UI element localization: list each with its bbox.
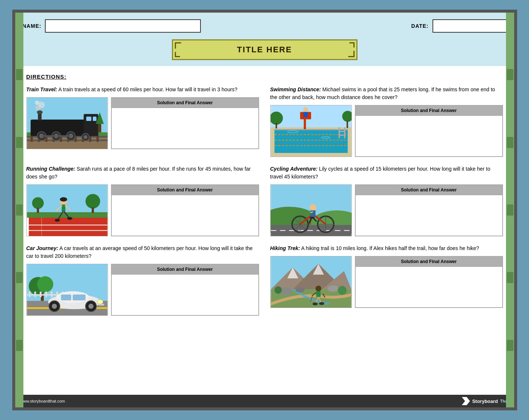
name-input[interactable] [45,19,201,33]
solution-box-5: Solution and Final Answer [111,264,259,316]
problems-grid: Train Travel: A train travels at a speed… [26,86,503,324]
solution-box-3: Solution and Final Answer [111,184,259,236]
svg-point-140 [315,286,321,292]
footer-url: www.storyboardthat.com [20,399,65,403]
footer-logo-text: Storyboard [472,398,498,404]
problem-6-label: Hiking Trek: [270,245,300,251]
worksheet-frame: NAME: DATE: TITLE HERE DIRECTIONS: Train… [12,10,517,410]
svg-point-20 [37,111,43,114]
problem-car: Car Journey: A car travels at an average… [26,245,259,316]
svg-point-123 [52,303,57,309]
problem-1-text: A train travels at a speed of 60 miles p… [58,86,237,92]
name-label: NAME: [23,23,42,29]
solution-box-4: Solution and Final Answer [355,184,503,236]
svg-rect-76 [37,208,39,213]
side-strip-right [506,13,514,407]
date-input[interactable] [432,19,507,33]
svg-point-136 [327,285,339,292]
svg-point-147 [312,302,317,305]
solution-body-2 [356,116,502,156]
problem-2-question: Swimming Distance: Michael swims in a po… [270,86,503,101]
svg-point-148 [319,302,324,305]
solution-box-2: Solution and Final Answer [355,105,503,157]
solution-header-4: Solution and Final Answer [356,185,502,195]
svg-point-125 [88,303,94,309]
title-section: TITLE HERE [15,36,514,66]
svg-point-138 [274,286,282,294]
storyboard-logo-icon [462,397,470,405]
title-box: TITLE HERE [172,39,357,60]
svg-rect-43 [344,127,345,138]
problem-running: Running Challenge: Sarah runs at a pace … [26,165,259,236]
svg-point-48 [303,107,308,112]
directions-label: DIRECTIONS: [26,73,503,80]
svg-rect-49 [303,112,308,117]
pool-image [270,105,352,157]
solution-header-5: Solution and Final Answer [112,265,258,275]
problem-train-travel: Train Travel: A train travels at a speed… [26,86,259,157]
problem-6-text: A hiking trail is 10 miles long. If Alex… [301,245,479,251]
svg-point-73 [85,194,100,209]
svg-rect-74 [92,207,94,213]
svg-point-72 [67,217,72,220]
problem-hiking: Hiking Trek: A hiking trail is 10 miles … [270,245,503,316]
footer: www.storyboardthat.com Storyboard That [15,395,514,407]
problem-1-label: Train Travel: [26,86,58,92]
corner-bl [175,52,180,57]
svg-point-71 [55,219,60,222]
name-section: NAME: [23,19,201,33]
svg-point-104 [37,276,53,292]
svg-rect-98 [310,210,316,217]
svg-point-97 [310,204,316,211]
svg-rect-17 [86,117,91,121]
svg-rect-111 [50,292,52,297]
problem-2-label: Swimming Distance: [270,86,321,92]
side-strip-left [15,13,23,407]
solution-header-3: Solution and Final Answer [112,185,258,195]
header: NAME: DATE: [15,13,514,36]
train-image [26,97,108,149]
solution-header-2: Solution and Final Answer [356,106,502,116]
solution-box-6: Solution and Final Answer [355,256,503,308]
svg-rect-141 [316,291,320,297]
svg-rect-14 [96,135,98,142]
corner-tr [349,42,355,47]
car-image [26,264,108,316]
problem-6-content: Solution and Final Answer [270,256,503,308]
svg-point-23 [35,101,39,105]
running-image [26,184,108,236]
cycling-image [270,184,352,236]
solution-body-4 [356,195,502,236]
svg-rect-37 [274,129,347,153]
problem-5-content: Solution and Final Answer [26,264,259,316]
hiking-image [270,256,352,308]
footer-logo: Storyboard That [462,397,509,405]
problem-3-label: Running Challenge: [26,166,75,172]
svg-rect-61 [27,218,29,236]
solution-body-1 [112,108,258,148]
solution-header-6: Solution and Final Answer [356,257,502,267]
svg-rect-53 [275,123,277,128]
svg-rect-55 [346,121,348,128]
svg-point-126 [97,300,103,304]
problem-2-content: Solution and Final Answer [270,105,503,157]
svg-rect-127 [98,303,104,305]
svg-rect-120 [61,295,71,301]
svg-rect-108 [34,292,36,297]
problem-4-question: Cycling Adventure: Lily cycles at a spee… [270,165,503,181]
date-label: DATE: [411,23,429,29]
svg-rect-32 [41,135,72,137]
title-text: TITLE HERE [237,45,292,54]
svg-rect-109 [40,292,42,297]
solution-box-1: Solution and Final Answer [111,97,259,149]
svg-rect-58 [27,218,107,236]
date-section: DATE: [411,19,507,33]
svg-rect-44 [338,131,345,132]
svg-rect-13 [89,135,91,142]
solution-header-1: Solution and Final Answer [112,98,258,108]
svg-rect-33 [98,123,101,132]
svg-rect-42 [338,127,340,138]
problem-cycling: Cycling Adventure: Lily cycles at a spee… [270,165,503,236]
problem-3-question: Running Challenge: Sarah runs at a pace … [26,165,259,181]
svg-rect-66 [62,204,65,212]
